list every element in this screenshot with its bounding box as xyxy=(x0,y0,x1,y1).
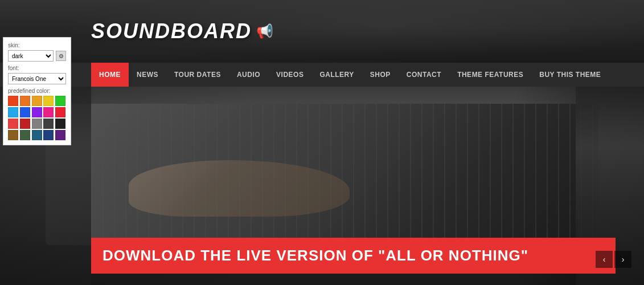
nav-item-audio[interactable]: AUDIO xyxy=(229,63,268,87)
nav-item-home[interactable]: HOME xyxy=(91,63,129,87)
nav-item-videos[interactable]: VIDEOS xyxy=(268,63,311,87)
nav-item-tour-dates[interactable]: TOUR DATES xyxy=(166,63,229,87)
skin-select[interactable]: dark light xyxy=(8,50,54,62)
nav-item-buy-this-theme[interactable]: BUY THIS THEME xyxy=(531,63,609,87)
color-swatch-18[interactable] xyxy=(43,130,54,140)
predefined-color-label: predefined color: xyxy=(8,88,66,94)
color-swatch-10[interactable] xyxy=(8,119,18,129)
font-select[interactable]: Francois One Open Sans xyxy=(8,73,66,84)
color-swatch-9[interactable] xyxy=(55,107,65,117)
color-swatch-12[interactable] xyxy=(32,119,42,129)
slider-next-button[interactable]: › xyxy=(614,251,631,268)
font-label: font: xyxy=(8,65,66,71)
color-swatch-5[interactable] xyxy=(8,107,18,117)
nav-item-shop[interactable]: SHOP xyxy=(362,63,399,87)
color-swatch-1[interactable] xyxy=(20,96,30,106)
hero-banner[interactable]: DOWNLOAD THE LIVE VERSION OF "ALL OR NOT… xyxy=(91,238,616,274)
hero-section: DOWNLOAD THE LIVE VERSION OF "ALL OR NOT… xyxy=(0,87,644,285)
settings-panel: skin: dark light ⚙ font: Francois One Op… xyxy=(3,37,71,145)
nav-item-contact[interactable]: CONTACT xyxy=(399,63,449,87)
hand-image xyxy=(129,160,350,217)
color-swatch-11[interactable] xyxy=(20,119,30,129)
color-swatch-19[interactable] xyxy=(55,130,65,140)
header: SOUNDBOARD 📢 xyxy=(0,0,644,63)
skin-label: skin: xyxy=(8,42,66,48)
color-swatch-4[interactable] xyxy=(55,96,65,106)
color-swatch-17[interactable] xyxy=(32,130,42,140)
color-swatch-2[interactable] xyxy=(32,96,42,106)
nav-item-theme-features[interactable]: THEME FEATURES xyxy=(449,63,531,87)
main-nav: HOMENEWSTOUR DATESAUDIOVIDEOSGALLERYSHOP… xyxy=(0,63,644,87)
slider-prev-button[interactable]: ‹ xyxy=(596,251,613,268)
logo-icon: 📢 xyxy=(256,23,273,39)
color-swatch-6[interactable] xyxy=(20,107,30,117)
color-swatch-0[interactable] xyxy=(8,96,18,106)
color-swatch-7[interactable] xyxy=(32,107,42,117)
hero-banner-text: DOWNLOAD THE LIVE VERSION OF "ALL OR NOT… xyxy=(102,247,528,264)
nav-item-news[interactable]: NEWS xyxy=(129,63,166,87)
color-swatch-15[interactable] xyxy=(8,130,18,140)
nav-item-gallery[interactable]: GALLERY xyxy=(311,63,362,87)
color-swatch-3[interactable] xyxy=(43,96,54,106)
mixing-board-image xyxy=(46,104,598,245)
logo-text: SOUNDBOARD xyxy=(91,19,252,43)
font-row: Francois One Open Sans xyxy=(8,73,66,84)
skin-row: dark light ⚙ xyxy=(8,50,66,62)
skin-gear-button[interactable]: ⚙ xyxy=(56,51,66,61)
color-swatch-16[interactable] xyxy=(20,130,30,140)
color-swatch-8[interactable] xyxy=(43,107,54,117)
color-swatch-13[interactable] xyxy=(43,119,54,129)
color-swatch-14[interactable] xyxy=(55,119,65,129)
logo: SOUNDBOARD 📢 xyxy=(91,19,273,43)
color-grid xyxy=(8,96,66,140)
